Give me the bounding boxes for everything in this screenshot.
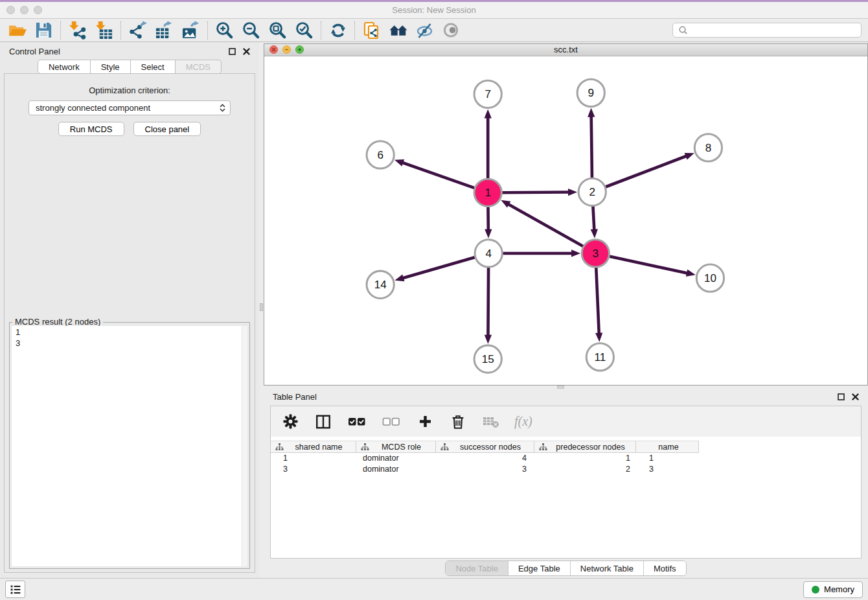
result-scrollbar[interactable] — [242, 326, 247, 566]
cell-mcds-role[interactable]: dominator — [356, 464, 436, 475]
save-session-button[interactable] — [30, 20, 57, 41]
cell-successor-nodes[interactable]: 3 — [436, 464, 534, 475]
mcds-result-text[interactable]: 13 — [12, 326, 247, 566]
control-panel-title: Control Panel — [9, 47, 229, 56]
hide-details-button[interactable] — [411, 20, 438, 41]
zoom-out-button[interactable] — [238, 20, 264, 41]
table-tab-motifs[interactable]: Motifs — [643, 561, 686, 575]
cell-shared-name[interactable]: 1 — [271, 453, 356, 464]
column-header-shared-name[interactable]: shared name — [271, 441, 356, 453]
close-panel-button[interactable]: Close panel — [133, 122, 201, 136]
cell-successor-nodes[interactable]: 4 — [436, 453, 534, 464]
import-table-button[interactable] — [91, 20, 117, 41]
table-settings-button[interactable] — [280, 411, 300, 432]
column-type-icon — [361, 443, 369, 451]
export-image-button[interactable] — [177, 20, 204, 41]
memory-button[interactable]: Memory — [803, 581, 863, 598]
graph-node-label: 4 — [485, 248, 492, 260]
delete-column-button[interactable] — [448, 411, 468, 432]
cell-mcds-role[interactable]: dominator — [356, 453, 436, 464]
graph-edge-4-15[interactable] — [488, 268, 488, 337]
graph-node-label: 9 — [588, 87, 594, 99]
export-table-button[interactable] — [151, 20, 177, 41]
close-panel-icon[interactable] — [852, 393, 859, 400]
graph-edge-3-11[interactable] — [596, 268, 599, 335]
horizontal-splitter[interactable] — [264, 386, 868, 389]
control-tab-style[interactable]: Style — [91, 60, 131, 74]
graph-edge-2-8[interactable] — [606, 155, 688, 187]
control-tab-mcds[interactable]: MCDS — [176, 60, 222, 74]
network-canvas[interactable]: 1234678910111415 — [264, 56, 867, 385]
network-maximize-button[interactable] — [295, 45, 304, 54]
control-tab-network[interactable]: Network — [38, 60, 91, 74]
splitter-handle[interactable] — [557, 386, 564, 389]
open-folder-icon — [8, 22, 27, 39]
graph-edge-arrowhead — [485, 334, 492, 343]
network-window-titlebar[interactable]: scc.txt — [264, 44, 867, 56]
column-header-mcds-role[interactable]: MCDS role — [356, 441, 436, 453]
vertical-splitter[interactable] — [259, 42, 264, 578]
window-controls[interactable] — [6, 6, 42, 14]
delete-table-button-disabled — [481, 411, 501, 432]
column-header-successor-nodes[interactable]: successor nodes — [436, 441, 534, 453]
cell-predecessor-nodes[interactable]: 2 — [534, 464, 636, 475]
graph-edge-4-14[interactable] — [401, 257, 474, 279]
criterion-select[interactable]: strongly connected component — [29, 100, 231, 115]
graph-edge-1-6[interactable] — [400, 162, 474, 188]
graph-edge-1-2[interactable] — [503, 192, 571, 192]
graph-edge-2-3[interactable] — [593, 207, 594, 232]
cell-predecessor-nodes[interactable]: 1 — [534, 453, 636, 464]
minimize-window-button[interactable] — [20, 6, 29, 14]
network-close-button[interactable] — [269, 45, 278, 54]
show-column-panel-button[interactable] — [314, 411, 333, 432]
add-column-button[interactable] — [415, 411, 435, 432]
search-icon — [678, 25, 688, 35]
cell-shared-name[interactable]: 3 — [271, 464, 356, 475]
graph-edge-2-9[interactable] — [591, 114, 592, 177]
graph-edge-3-10[interactable] — [610, 256, 689, 273]
deselect-all-columns-button[interactable] — [381, 411, 402, 432]
table-tab-network-table[interactable]: Network Table — [570, 561, 643, 575]
zoom-selected-button[interactable] — [291, 20, 317, 41]
close-panel-icon[interactable] — [243, 48, 250, 55]
splitter-handle[interactable] — [260, 303, 263, 311]
export-network-button[interactable] — [124, 20, 151, 41]
home-view-button[interactable] — [385, 20, 411, 41]
control-tab-select[interactable]: Select — [131, 60, 176, 74]
export-table-icon — [155, 21, 174, 40]
status-bar: Memory — [0, 578, 868, 600]
float-panel-icon[interactable] — [838, 393, 845, 400]
table-tab-edge-table[interactable]: Edge Table — [508, 561, 570, 575]
birdseye-view-button[interactable] — [438, 20, 464, 41]
open-session-button[interactable] — [4, 20, 30, 41]
column-header-predecessor-nodes[interactable]: predecessor nodes — [534, 441, 636, 453]
table-row[interactable]: 3dominator323 — [271, 464, 861, 475]
run-mcds-button[interactable]: Run MCDS — [58, 122, 124, 136]
graph-edge-arrowhead — [595, 332, 602, 341]
cell-name[interactable]: 3 — [636, 464, 699, 475]
task-history-button[interactable] — [5, 581, 25, 598]
network-graph[interactable]: 1234678910111415 — [264, 56, 867, 385]
zoom-window-button[interactable] — [34, 6, 42, 14]
apply-layout-button[interactable] — [325, 20, 351, 41]
column-header-name[interactable]: name — [636, 441, 699, 453]
mcds-result-title: MCDS result (2 nodes) — [12, 317, 103, 327]
table-tab-node-table[interactable]: Node Table — [446, 561, 508, 575]
clone-network-button[interactable] — [358, 20, 385, 41]
search-field[interactable] — [672, 23, 862, 38]
delete-table-icon — [483, 415, 499, 428]
save-floppy-icon — [35, 21, 52, 39]
network-minimize-button[interactable] — [282, 45, 291, 54]
graph-edge-arrowhead — [571, 249, 580, 257]
import-network-button[interactable] — [64, 20, 91, 41]
float-panel-icon[interactable] — [229, 48, 236, 55]
cell-name[interactable]: 1 — [636, 453, 699, 464]
zoom-in-button[interactable] — [211, 20, 238, 41]
close-window-button[interactable] — [6, 6, 15, 14]
graph-edge-3-1[interactable] — [507, 203, 582, 246]
table-row[interactable]: 1dominator411 — [271, 453, 861, 464]
zoom-fit-button[interactable] — [264, 20, 291, 41]
search-input[interactable] — [692, 25, 856, 35]
select-all-columns-button[interactable] — [347, 411, 367, 432]
zoom-out-icon — [242, 21, 260, 40]
